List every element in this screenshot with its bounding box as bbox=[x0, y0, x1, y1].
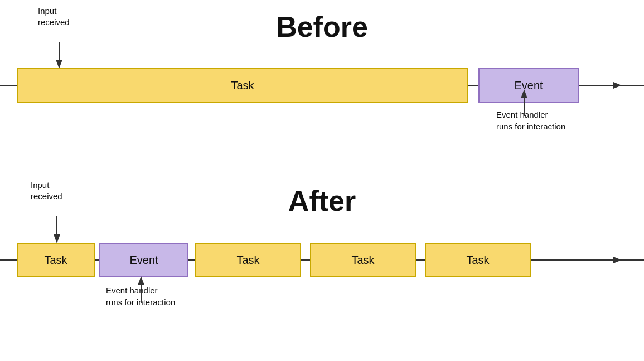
svg-marker-1 bbox=[56, 60, 62, 69]
diagram-container: Before Input received Task Event Event h… bbox=[0, 0, 644, 361]
after-task-block-3: Task bbox=[310, 243, 416, 277]
svg-marker-6 bbox=[54, 234, 60, 243]
after-task-block-1: Task bbox=[17, 243, 95, 277]
before-input-label: Input received bbox=[38, 6, 70, 27]
svg-marker-7 bbox=[613, 257, 622, 263]
before-input-arrow-down bbox=[54, 42, 65, 70]
before-event-handler-label: Event handler runs for interaction bbox=[496, 109, 565, 132]
before-title: Before bbox=[276, 10, 368, 44]
after-task-block-2: Task bbox=[195, 243, 301, 277]
after-input-label: Input received bbox=[31, 180, 62, 201]
after-title: After bbox=[288, 184, 356, 218]
svg-marker-4 bbox=[521, 89, 527, 98]
before-timeline-arrow bbox=[613, 81, 636, 90]
after-event-handler-label: Event handler runs for interaction bbox=[106, 285, 175, 308]
after-task-block-4: Task bbox=[425, 243, 531, 277]
svg-marker-2 bbox=[613, 82, 622, 89]
after-timeline-arrow bbox=[613, 256, 636, 264]
before-task-block: Task bbox=[17, 68, 468, 103]
svg-marker-9 bbox=[138, 276, 144, 285]
after-input-arrow-down bbox=[51, 216, 62, 244]
after-event-block: Event bbox=[99, 243, 188, 277]
